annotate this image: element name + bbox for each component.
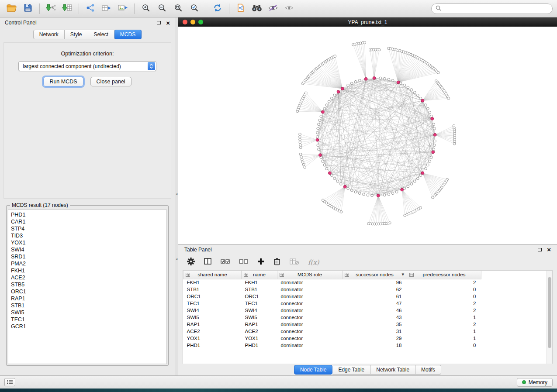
network-node[interactable] — [407, 185, 409, 188]
table-row[interactable]: ACE2ACE2connector311 — [183, 328, 547, 335]
network-node[interactable] — [432, 196, 434, 199]
network-node[interactable] — [432, 123, 435, 126]
deselect-all-button[interactable] — [239, 258, 248, 267]
network-node[interactable] — [391, 79, 394, 82]
column-header-shared_name[interactable]: shared name — [183, 271, 242, 279]
mcds-result-item[interactable]: CAR1 — [11, 218, 164, 225]
network-node[interactable] — [367, 194, 369, 196]
network-node[interactable] — [453, 142, 456, 145]
tab-mcds[interactable]: MCDS — [114, 30, 142, 39]
table-row[interactable]: STB1STB1dominator620 — [183, 286, 547, 293]
tab-select[interactable]: Select — [88, 30, 114, 39]
network-node[interactable] — [328, 100, 330, 103]
refresh-button[interactable] — [210, 2, 225, 15]
run-mcds-button[interactable]: Run MCDS — [43, 77, 83, 86]
save-button[interactable] — [21, 2, 35, 15]
tab-node-table[interactable]: Node Table — [294, 365, 333, 375]
mcds-result-item[interactable]: RAP1 — [11, 295, 164, 302]
mcds-result-item[interactable]: SWI5 — [11, 309, 164, 316]
select-all-button[interactable] — [221, 258, 230, 267]
tab-edge-table[interactable]: Edge Table — [332, 365, 370, 375]
network-node[interactable] — [410, 89, 413, 91]
column-header-name[interactable]: name — [242, 271, 277, 279]
network-node[interactable] — [425, 104, 427, 107]
network-node[interactable] — [299, 144, 302, 146]
network-node[interactable] — [299, 138, 301, 141]
column-header-predecessors[interactable]: predecessor nodes — [407, 271, 481, 279]
zoom-selected-button[interactable] — [187, 2, 202, 15]
search-input[interactable] — [444, 6, 548, 12]
collapse-left-icon[interactable]: ◂ — [176, 257, 178, 261]
network-node[interactable] — [379, 77, 382, 79]
find-button[interactable] — [249, 2, 264, 15]
search-field[interactable] — [431, 3, 553, 14]
table-row[interactable]: SWI5SWI5connector431 — [183, 314, 547, 321]
tab-network-table[interactable]: Network Table — [370, 365, 415, 375]
tab-style[interactable]: Style — [65, 30, 88, 39]
network-node[interactable] — [413, 180, 416, 182]
network-hub-node[interactable] — [319, 154, 322, 157]
network-hub-node[interactable] — [343, 185, 346, 188]
network-node[interactable] — [299, 146, 302, 149]
network-node[interactable] — [413, 91, 416, 94]
scrollbar-thumb[interactable] — [548, 277, 551, 348]
network-node[interactable] — [323, 107, 326, 110]
network-node[interactable] — [301, 161, 304, 163]
mcds-result-item[interactable]: TID3 — [11, 232, 164, 239]
network-node[interactable] — [429, 111, 431, 114]
network-node[interactable] — [433, 127, 436, 130]
network-node[interactable] — [367, 222, 370, 225]
network-node[interactable] — [299, 133, 301, 136]
network-hub-node[interactable] — [316, 138, 319, 141]
network-hub-node[interactable] — [329, 172, 332, 175]
network-node[interactable] — [339, 182, 342, 185]
network-node[interactable] — [407, 86, 409, 89]
close-panel-button[interactable]: Close panel — [90, 77, 131, 86]
network-node[interactable] — [429, 160, 431, 163]
export-network-button[interactable] — [83, 2, 98, 15]
table-scrollbar[interactable] — [547, 271, 552, 364]
mcds-result-item[interactable]: ORC1 — [11, 288, 164, 295]
table-row[interactable]: ORC1ORC1dominator610 — [183, 293, 547, 300]
network-node[interactable] — [387, 78, 390, 81]
network-hub-node[interactable] — [433, 133, 436, 136]
maximize-window-button[interactable] — [198, 20, 203, 24]
open-file-button[interactable] — [4, 2, 19, 15]
network-node[interactable] — [363, 41, 366, 44]
network-hub-node[interactable] — [377, 194, 380, 197]
network-node[interactable] — [358, 79, 361, 82]
export-image-button[interactable] — [115, 2, 130, 15]
mcds-result-item[interactable]: STP4 — [11, 225, 164, 232]
network-node[interactable] — [330, 97, 333, 100]
mcds-result-item[interactable]: SRD1 — [11, 253, 164, 260]
network-node[interactable] — [433, 144, 436, 147]
network-node[interactable] — [318, 148, 320, 151]
network-node[interactable] — [316, 136, 318, 138]
float-panel-icon[interactable] — [538, 248, 542, 251]
network-node[interactable] — [316, 131, 319, 134]
network-node[interactable] — [354, 80, 357, 83]
column-header-role[interactable]: MCDS role — [277, 271, 343, 279]
network-node[interactable] — [391, 192, 394, 195]
network-node[interactable] — [426, 107, 429, 110]
network-canvas[interactable] — [178, 27, 557, 244]
network-node[interactable] — [417, 177, 419, 180]
table-settings-button[interactable] — [187, 258, 195, 267]
network-node[interactable] — [323, 164, 326, 166]
network-hub-node[interactable] — [431, 117, 434, 120]
show-columns-button[interactable] — [204, 258, 211, 266]
mcds-result-item[interactable]: FKH1 — [11, 267, 164, 274]
delete-column-button[interactable] — [273, 258, 280, 267]
network-hub-node[interactable] — [432, 151, 435, 154]
network-node[interactable] — [383, 77, 386, 80]
table-row[interactable]: FKH1FKH1dominator962 — [183, 279, 547, 286]
network-node[interactable] — [387, 193, 390, 196]
minimize-window-button[interactable] — [190, 20, 195, 24]
export-table-button[interactable] — [99, 2, 114, 15]
network-hub-node[interactable] — [341, 87, 344, 90]
network-node[interactable] — [430, 156, 432, 159]
network-node[interactable] — [300, 156, 303, 158]
network-node[interactable] — [330, 174, 333, 177]
network-hub-node[interactable] — [397, 81, 400, 84]
network-node[interactable] — [403, 84, 406, 86]
